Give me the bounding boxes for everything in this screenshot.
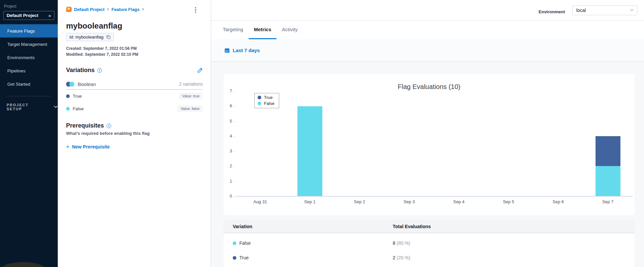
sidebar-nav: Feature Flags Target Management Environm… (0, 24, 58, 91)
bar-sep-1-false (297, 106, 322, 196)
x-axis-label: Sep 6 (553, 199, 564, 204)
modified-timestamp: Modified: September 7, 2022 02:10 PM (66, 51, 203, 57)
info-icon[interactable]: i (97, 68, 102, 73)
variation-row-true: True Value: true (66, 90, 203, 102)
prerequisites-heading: Prerequisites (66, 122, 104, 129)
date-range-bar: Last 7 days (211, 39, 644, 62)
y-axis-label: 0 (223, 194, 232, 199)
breadcrumb-feature-flags-link[interactable]: Feature Flags (112, 7, 140, 12)
sidebar-item-get-started[interactable]: Get Started (0, 77, 58, 91)
variation-cell: True (239, 255, 249, 260)
sidebar-item-label: Get Started (7, 82, 30, 87)
new-prerequisite-label: New Prerequisite (72, 144, 110, 149)
metrics-content: Flag Evaluations (10) 01234567Aug 31Sep … (211, 62, 644, 267)
true-variation-dot (66, 94, 70, 98)
project-setup-label: PROJECT SETUP (7, 103, 45, 111)
tab-targeting[interactable]: Targeting (217, 21, 249, 39)
y-axis-label: 5 (223, 119, 232, 124)
variation-row-false: False Value: false (66, 102, 203, 115)
y-axis-label: 1 (223, 179, 232, 184)
sidebar-item-project-setup[interactable]: PROJECT SETUP (7, 103, 58, 111)
legend-entry-false: False (258, 101, 275, 106)
breadcrumb-project-link[interactable]: Default Project (74, 7, 105, 12)
copy-icon[interactable] (106, 35, 111, 39)
sidebar-item-label: Pipelines (7, 68, 26, 73)
tab-label: Activity (282, 27, 298, 32)
x-axis-label: Sep 1 (304, 199, 315, 204)
flag-options-menu-icon[interactable] (192, 6, 199, 14)
variation-name: False (73, 106, 84, 111)
plus-icon: + (66, 144, 69, 149)
x-axis-label: Sep 5 (503, 199, 514, 204)
y-axis-label: 3 (223, 149, 232, 153)
breadcrumb-separator: > (107, 7, 109, 12)
variation-type-label: Boolean (78, 81, 96, 87)
y-axis-tick (233, 197, 235, 197)
variation-value-chip: Value: false (177, 105, 203, 112)
help-widget[interactable] (1, 262, 45, 267)
environment-select[interactable]: local (572, 5, 637, 15)
y-axis-label: 7 (223, 89, 232, 93)
sidebar-item-label: Environments (7, 55, 35, 60)
project-selector[interactable]: Default Project » (3, 11, 54, 20)
sidebar-item-pipelines[interactable]: Pipelines (0, 64, 58, 77)
created-timestamp: Created: September 7, 2022 01:56 PM (66, 45, 203, 51)
bar-sep-7-true (596, 136, 620, 166)
tab-activity[interactable]: Activity (277, 21, 303, 39)
column-header-total-evaluations: Total Evaluations (393, 224, 635, 229)
evaluations-table-card: Variation Total Evaluations False 8(80.%… (223, 220, 635, 267)
x-axis-label: Sep 3 (404, 199, 415, 204)
breadcrumb: ⚑ Default Project > Feature Flags > (66, 7, 203, 12)
legend-entry-true: True (258, 95, 275, 100)
evaluation-count: 2 (393, 255, 395, 260)
chart-legend: TrueFalse (254, 93, 279, 108)
y-axis-label: 2 (223, 164, 232, 168)
project-selector-value: Default Project (7, 13, 38, 18)
metrics-panel: Environment local Targeting Metrics Acti… (211, 0, 644, 267)
variation-cell: False (239, 240, 251, 246)
false-variation-dot (233, 241, 236, 245)
column-header-variation: Variation (233, 224, 393, 229)
calendar-icon (224, 48, 230, 53)
sidebar-item-feature-flags[interactable]: Feature Flags (0, 24, 58, 38)
breadcrumb-separator: > (142, 7, 144, 12)
sidebar-divider (7, 96, 51, 96)
legend-dot-false (258, 102, 261, 105)
project-label: Project (4, 4, 58, 9)
date-range-label: Last 7 days (233, 47, 260, 53)
sidebar-item-target-management[interactable]: Target Management (0, 38, 58, 51)
tab-metrics[interactable]: Metrics (249, 21, 277, 39)
date-range-button[interactable]: Last 7 days (224, 47, 260, 53)
sidebar-item-environments[interactable]: Environments (0, 51, 58, 64)
chevron-down-icon (630, 9, 634, 11)
variation-value-chip: Value: true (179, 93, 203, 99)
app-window: Project Default Project » Feature Flags … (0, 0, 644, 267)
evaluation-percent: (80.%) (397, 240, 410, 246)
bar-sep-7-false (596, 166, 620, 196)
sidebar-item-label: Feature Flags (7, 29, 35, 34)
prerequisites-subtitle: What’s required before enabling this fla… (66, 131, 203, 136)
environment-label: Environment (539, 9, 565, 14)
table-header-row: Variation Total Evaluations (223, 220, 635, 233)
flag-detail-panel: ⚑ Default Project > Feature Flags > mybo… (58, 0, 211, 267)
evaluation-percent: (20.%) (397, 255, 410, 260)
variations-heading: Variations (66, 67, 95, 74)
info-icon[interactable]: i (107, 124, 111, 128)
variation-name: True (73, 94, 82, 99)
flag-evaluations-chart-card: Flag Evaluations (10) 01234567Aug 31Sep … (223, 74, 635, 215)
plot-area: Aug 31Sep 1Sep 2Sep 3Sep 4Sep 5Sep 6Sep … (235, 91, 633, 197)
chart-plot: 01234567Aug 31Sep 1Sep 2Sep 3Sep 4Sep 5S… (223, 91, 635, 197)
chevron-down-icon (54, 106, 58, 108)
tab-label: Metrics (254, 27, 272, 32)
variation-type-row: Boolean 2 variations (66, 80, 203, 88)
edit-pencil-icon[interactable] (197, 67, 203, 73)
feature-flags-module-icon: ⚑ (66, 7, 72, 12)
sidebar: Project Default Project » Feature Flags … (0, 0, 58, 267)
flag-id-chip: Id: mybooleanflag (66, 33, 114, 41)
y-axis-label: 6 (223, 104, 232, 108)
x-axis-label: Sep 4 (453, 199, 464, 204)
variation-count: 2 variations (179, 81, 203, 87)
table-row: True 2(20.%) (223, 250, 635, 265)
flag-title: mybooleanflag (66, 21, 203, 31)
new-prerequisite-button[interactable]: + New Prerequisite (66, 144, 203, 149)
